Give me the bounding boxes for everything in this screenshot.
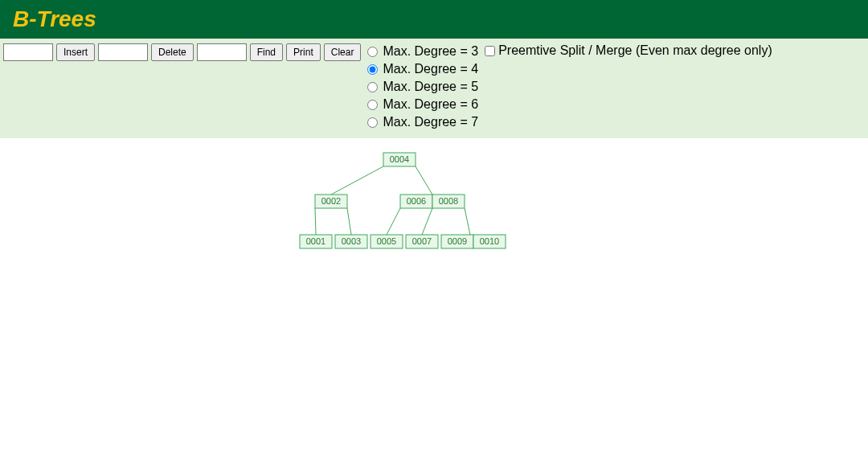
degree-option-7[interactable]: Max. Degree = 7 (367, 114, 478, 130)
tree-key: 0002 (321, 196, 341, 206)
degree-option-3[interactable]: Max. Degree = 3 (367, 43, 478, 59)
tree-key: 0010 (480, 236, 499, 246)
delete-input[interactable] (98, 43, 148, 61)
preemptive-checkbox[interactable] (485, 46, 495, 56)
degree-label: Max. Degree = 4 (383, 61, 478, 77)
find-input[interactable] (197, 43, 247, 61)
tree-canvas: 0004 0002 0006 0008 0001 0003 0005 (0, 138, 868, 444)
degree-radio-7[interactable] (367, 117, 378, 128)
page-header: B-Trees (0, 0, 868, 39)
find-button[interactable]: Find (250, 43, 283, 61)
degree-radio-4[interactable] (367, 64, 378, 75)
insert-input[interactable] (3, 43, 53, 61)
tree-key: 0009 (448, 236, 467, 246)
tree-leaf: 0003 (335, 235, 367, 248)
insert-button[interactable]: Insert (56, 43, 95, 61)
tree-edge (315, 208, 316, 235)
tree-leaf: 0009 0010 (441, 235, 506, 248)
tree-edge (331, 166, 383, 195)
tree-key: 0004 (390, 154, 409, 164)
preemptive-label: Preemtive Split / Merge (Even max degree… (498, 43, 772, 58)
tree-key: 0007 (412, 236, 432, 246)
degree-label: Max. Degree = 5 (383, 79, 478, 95)
degree-options: Max. Degree = 3 Max. Degree = 4 Max. Deg… (367, 43, 478, 130)
degree-radio-6[interactable] (367, 100, 378, 110)
tree-edge (416, 166, 432, 195)
controls-bar: Insert Delete Find Print Clear Max. Degr… (0, 39, 868, 138)
tree-leaf: 0005 (371, 235, 403, 248)
print-button[interactable]: Print (286, 43, 321, 61)
tree-key: 0003 (342, 236, 361, 246)
tree-node: 0002 (315, 195, 347, 208)
clear-button[interactable]: Clear (324, 43, 362, 61)
tree-edge (422, 208, 432, 235)
degree-label: Max. Degree = 3 (383, 43, 478, 59)
tree-leaf: 0007 (406, 235, 438, 248)
degree-label: Max. Degree = 6 (383, 96, 478, 113)
preemptive-option[interactable]: Preemtive Split / Merge (Even max degree… (485, 43, 772, 58)
degree-option-4[interactable]: Max. Degree = 4 (367, 61, 478, 77)
tree-key: 0008 (439, 196, 458, 206)
delete-button[interactable]: Delete (151, 43, 194, 61)
tree-leaf: 0001 (300, 235, 332, 248)
tree-key: 0005 (377, 236, 396, 246)
tree-svg: 0004 0002 0006 0008 0001 0003 0005 (0, 138, 868, 444)
degree-radio-5[interactable] (367, 82, 378, 92)
tree-key: 0001 (306, 236, 326, 246)
tree-key: 0006 (407, 196, 426, 206)
tree-edge (465, 208, 470, 235)
degree-option-5[interactable]: Max. Degree = 5 (367, 79, 478, 95)
degree-option-6[interactable]: Max. Degree = 6 (367, 96, 478, 113)
tree-node-root: 0004 (383, 153, 416, 166)
action-controls: Insert Delete Find Print Clear (3, 43, 361, 61)
tree-node: 0006 0008 (400, 195, 465, 208)
degree-radio-3[interactable] (367, 47, 378, 57)
page-title: B-Trees (13, 6, 855, 32)
tree-edge (347, 208, 351, 235)
tree-edge (387, 208, 400, 235)
degree-label: Max. Degree = 7 (383, 114, 478, 130)
